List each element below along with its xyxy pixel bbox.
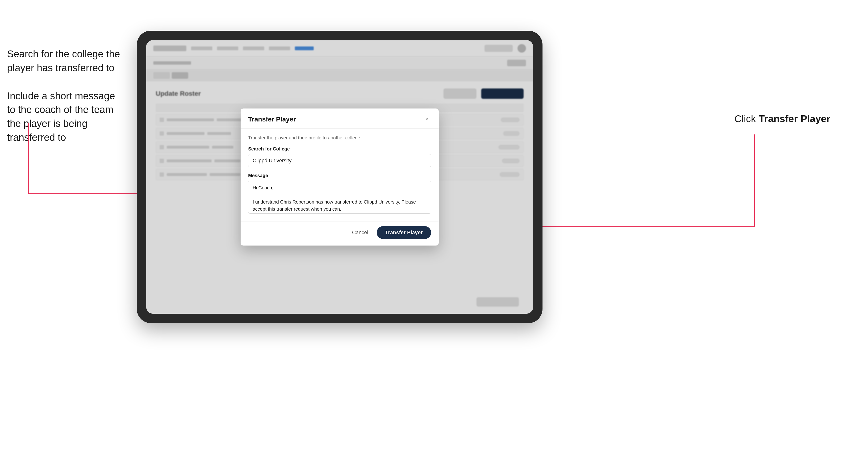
modal-header: Transfer Player × [241,108,439,129]
cancel-button[interactable]: Cancel [347,227,373,238]
modal-title: Transfer Player [248,116,296,123]
right-annotation: Click Transfer Player [735,113,830,125]
modal-overlay: Transfer Player × Transfer the player an… [146,40,533,314]
message-label: Message [248,173,431,178]
search-college-input[interactable] [248,154,431,167]
ipad-screen: Update Roster [146,40,533,314]
modal-body: Transfer the player and their profile to… [241,129,439,221]
modal-close-button[interactable]: × [423,115,431,124]
ipad-frame: Update Roster [137,31,542,323]
annotation-right-text: Click Transfer Player [735,113,830,124]
modal-dialog: Transfer Player × Transfer the player an… [241,108,439,246]
modal-footer: Cancel Transfer Player [241,221,439,246]
annotation-search-text: Search for the college the player has tr… [7,47,125,75]
transfer-player-button[interactable]: Transfer Player [377,226,431,239]
left-annotation: Search for the college the player has tr… [7,47,125,159]
modal-description: Transfer the player and their profile to… [248,135,431,141]
message-textarea[interactable]: Hi Coach, I understand Chris Robertson h… [248,181,431,214]
close-icon: × [425,116,429,123]
annotation-message-text: Include a short message to the coach of … [7,89,125,145]
search-college-label: Search for College [248,146,431,152]
